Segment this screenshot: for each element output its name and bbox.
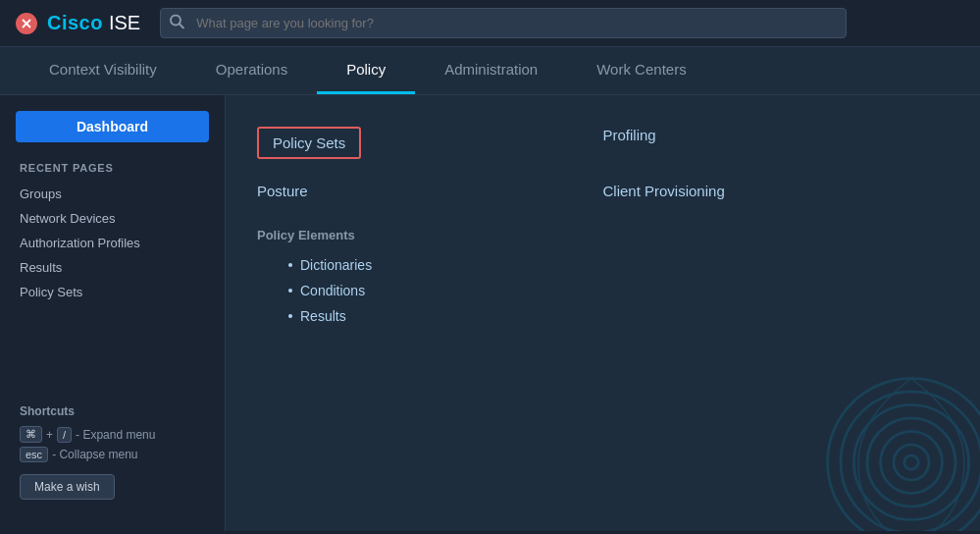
policy-sets-label[interactable]: Policy Sets [257, 127, 361, 159]
svg-point-4 [828, 379, 981, 532]
main-layout: Dashboard Recent Pages Groups Network De… [0, 95, 980, 531]
conditions-item[interactable]: Conditions [288, 278, 949, 303]
client-provisioning-item[interactable]: Client Provisioning [603, 175, 950, 208]
svg-line-3 [180, 24, 183, 27]
policy-elements-items: Dictionaries Conditions Results [257, 252, 949, 329]
expand-key2: / [57, 427, 72, 443]
brand-name: Cisco [47, 12, 103, 34]
expand-key1: ⌘ [20, 426, 42, 443]
shortcuts: Shortcuts ⌘ + / - Expand menu esc - Coll… [0, 389, 225, 515]
policy-elements-section: Policy Elements Dictionaries Conditions … [257, 228, 949, 329]
svg-point-9 [894, 445, 929, 480]
plus-symbol: + [46, 428, 53, 442]
posture-label[interactable]: Posture [257, 177, 308, 205]
svg-point-6 [854, 405, 969, 520]
search-icon [170, 14, 184, 32]
dashboard-button[interactable]: Dashboard [16, 111, 209, 142]
shortcut-collapse: esc - Collapse menu [20, 447, 205, 462]
search-input[interactable] [160, 8, 847, 38]
sidebar-item-network-devices[interactable]: Network Devices [0, 206, 225, 231]
profiling-item[interactable]: Profiling [603, 119, 950, 167]
sidebar-item-groups[interactable]: Groups [0, 182, 225, 206]
policy-elements-title: Policy Elements [257, 228, 949, 242]
svg-point-10 [904, 455, 918, 469]
search-bar [160, 8, 847, 38]
sidebar: Dashboard Recent Pages Groups Network De… [0, 95, 226, 531]
sidebar-item-results[interactable]: Results [0, 255, 225, 280]
brand-logo: Cisco ISE [47, 12, 140, 34]
top-bar: Cisco ISE [0, 0, 980, 47]
collapse-label: - Collapse menu [52, 448, 137, 461]
dictionaries-item[interactable]: Dictionaries [288, 252, 949, 278]
make-wish-button[interactable]: Make a wish [20, 474, 115, 500]
recent-pages-title: Recent Pages [0, 158, 225, 182]
svg-point-5 [841, 392, 980, 531]
sidebar-item-policy-sets[interactable]: Policy Sets [0, 280, 225, 304]
close-button[interactable] [16, 13, 37, 34]
policy-sets-item[interactable]: Policy Sets [257, 119, 603, 167]
collapse-key: esc [20, 447, 48, 462]
nav-tabs: Context Visibility Operations Policy Adm… [0, 47, 980, 95]
shortcut-expand: ⌘ + / - Expand menu [20, 426, 205, 443]
tab-operations[interactable]: Operations [186, 47, 317, 94]
sidebar-item-authorization-profiles[interactable]: Authorization Profiles [0, 231, 225, 255]
shortcuts-title: Shortcuts [20, 404, 205, 418]
posture-item[interactable]: Posture [257, 175, 603, 208]
content-area: Policy Sets Profiling Posture Client Pro… [226, 95, 980, 531]
tab-work-centers[interactable]: Work Centers [567, 47, 715, 94]
svg-point-8 [881, 432, 943, 494]
brand-product: ISE [109, 12, 140, 34]
expand-label: - Expand menu [76, 428, 155, 442]
fingerprint-decoration [823, 374, 980, 531]
tab-context-visibility[interactable]: Context Visibility [20, 47, 186, 94]
tab-policy[interactable]: Policy [317, 47, 415, 94]
profiling-label[interactable]: Profiling [603, 121, 656, 149]
results-item[interactable]: Results [288, 303, 949, 329]
tab-administration[interactable]: Administration [415, 47, 567, 94]
client-provisioning-label[interactable]: Client Provisioning [603, 177, 725, 205]
